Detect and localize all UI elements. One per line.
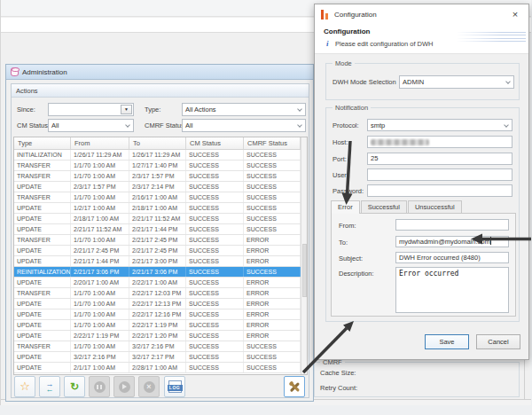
table-row[interactable]: UPDATE2/22/17 1:19 PM2/22/17 1:20 PMSUCC…	[14, 331, 301, 341]
table-row[interactable]: TRANSFER1/1/70 1:00 AM1/27/17 1:40 PMSUC…	[14, 161, 301, 171]
cmrf-status-combobox[interactable]: All	[182, 119, 306, 132]
table-cell: SUCCESS	[244, 341, 301, 351]
table-cell: SUCCESS	[186, 288, 244, 298]
pause-button	[89, 376, 110, 397]
table-cell: REINITIALIZATION	[14, 267, 71, 277]
table-cell: SUCCESS	[186, 246, 244, 255]
scrollbar-thumb[interactable]	[302, 244, 307, 297]
refresh-button[interactable]: ↻	[64, 376, 85, 397]
table-cell: INITIALIZATION	[14, 150, 71, 160]
from-field[interactable]	[395, 219, 509, 231]
favorite-button[interactable]: ☆	[14, 376, 35, 397]
table-cell: 2/22/17 12:16 PM	[129, 309, 186, 319]
from-label: From:	[339, 222, 356, 230]
table-row[interactable]: UPDATE2/20/17 1:00 AM2/22/17 1:00 AMSUCC…	[14, 278, 301, 288]
type-combobox[interactable]: All Actions	[182, 103, 306, 116]
table-cell: 1/1/70 1:00 AM	[71, 171, 129, 181]
to-field[interactable]: mydwhadmin@mydomain.com	[395, 236, 509, 247]
transfer-button[interactable]: →←	[39, 376, 60, 397]
cmrf-groupbox: CMRF Cache Size: Retry Count:	[314, 362, 520, 397]
table-row[interactable]: UPDATE1/1/70 1:00 AM2/22/17 12:16 PMSUCC…	[14, 309, 301, 320]
table-row[interactable]: TRANSFER1/1/70 1:00 AM2/21/17 2:45 PMSUC…	[14, 235, 301, 246]
user-field[interactable]	[367, 168, 512, 181]
port-label: Port:	[332, 155, 347, 163]
table-cell: ERROR	[244, 309, 301, 319]
cm-status-combobox[interactable]: All	[48, 119, 134, 132]
table-cell: 1/1/70 1:00 AM	[71, 309, 129, 319]
tab-error[interactable]: Error	[331, 200, 360, 214]
administration-titlebar[interactable]: Administration	[6, 65, 313, 80]
table-row[interactable]: UPDATE1/1/70 1:00 AM2/22/17 1:19 PMSUCCE…	[14, 320, 301, 331]
table-column-header[interactable]: CMRF Status	[244, 137, 301, 149]
table-row[interactable]: UPDATE3/2/17 2:16 PM3/2/17 2:17 PMSUCCES…	[14, 352, 301, 363]
table-column-header[interactable]: CM Status	[186, 137, 244, 149]
chevron-down-icon	[504, 122, 509, 128]
table-cell: TRANSFER	[14, 341, 71, 351]
table-row[interactable]: UPDATE2/21/17 1:44 PM2/21/17 3:00 PMSUCC…	[14, 256, 301, 267]
table-cell: 2/21/17 11:52 AM	[71, 224, 129, 234]
table-row[interactable]: TRANSFER1/1/70 1:00 AM3/2/17 2:16 PMSUCC…	[14, 341, 301, 352]
close-icon[interactable]: ×	[502, 4, 528, 24]
table-cell: SUCCESS	[244, 171, 301, 181]
table-cell: TRANSFER	[14, 192, 71, 202]
host-field[interactable]	[367, 136, 512, 148]
configuration-dialog: Configuration × Configuration i Please e…	[314, 4, 529, 360]
table-cell: 3/2/17 2:16 PM	[71, 352, 129, 362]
table-vertical-scrollbar[interactable]	[301, 137, 307, 374]
table-column-header[interactable]: To	[129, 137, 186, 149]
table-cell: ERROR	[244, 299, 301, 309]
to-value: mydwhadmin@mydomain.com	[399, 238, 490, 246]
table-row[interactable]: TRANSFER1/1/70 1:00 AM2/16/17 1:00 AMSUC…	[14, 192, 301, 203]
app-logo-icon	[321, 10, 330, 20]
table-cell: ERROR	[244, 288, 301, 298]
table-row[interactable]: UPDATE2/21/17 2:45 PM2/21/17 2:45 PMSUCC…	[14, 246, 301, 256]
protocol-combobox[interactable]: smtp	[367, 119, 512, 131]
table-row[interactable]: REINITIALIZATION2/21/17 3:06 PM2/21/17 3…	[14, 267, 301, 278]
stop-icon: ×	[144, 381, 155, 393]
table-cell: SUCCESS	[244, 214, 301, 223]
table-row[interactable]: TRANSFER1/1/70 1:00 AM2/22/17 12:03 PMSU…	[14, 288, 301, 299]
configuration-titlebar[interactable]: Configuration ×	[315, 4, 528, 24]
table-cell: 1/1/70 1:00 AM	[71, 299, 129, 309]
subject-field[interactable]: DWH Error occurred (8480)	[395, 252, 509, 263]
redacted-host-value	[371, 139, 429, 145]
table-cell: 2/21/17 11:52 AM	[129, 214, 186, 223]
table-cell: 2/28/17 1:00 AM	[129, 363, 186, 372]
table-column-header[interactable]: From	[71, 137, 129, 149]
save-button[interactable]: Save	[425, 334, 469, 349]
table-row[interactable]: UPDATE2/3/17 1:57 PM2/3/17 2:14 PMSUCCES…	[14, 182, 301, 192]
actions-table: TypeFromToCM StatusCMRF Status INITIALIZ…	[13, 137, 308, 375]
table-cell: SUCCESS	[186, 278, 244, 287]
table-row[interactable]: INITIALIZATION1/26/17 11:29 AM1/26/17 11…	[14, 150, 301, 161]
table-row[interactable]: UPDATE1/2/17 1:00 AM2/18/17 1:00 AMSUCCE…	[14, 203, 301, 214]
since-dropdown-icon[interactable]: ▼	[121, 105, 132, 114]
cancel-action-button: ×	[138, 376, 160, 397]
log-button[interactable]: LOG	[164, 376, 185, 397]
table-cell: 2/22/17 1:19 PM	[71, 331, 129, 341]
table-row[interactable]: UPDATE2/1/17 1:00 AM2/28/17 1:00 AMSUCCE…	[14, 363, 301, 373]
tab-successful[interactable]: Successful	[361, 200, 407, 213]
table-row[interactable]: UPDATE2/21/17 11:52 AM2/21/17 1:44 PMSUC…	[14, 224, 301, 235]
port-field[interactable]: 25	[367, 153, 512, 165]
log-file-icon: LOG	[168, 380, 182, 393]
password-field[interactable]	[367, 184, 512, 197]
table-row[interactable]: UPDATE1/1/70 1:00 AM2/22/17 12:13 PMSUCC…	[14, 299, 301, 309]
table-cell: SUCCESS	[244, 203, 301, 213]
table-row[interactable]: UPDATE2/18/17 1:00 AM2/21/17 11:52 AMSUC…	[14, 214, 301, 224]
configure-button[interactable]	[284, 376, 305, 397]
chevron-down-icon	[297, 122, 302, 128]
table-cell: SUCCESS	[186, 182, 244, 192]
table-cell: 1/1/70 1:00 AM	[71, 288, 129, 298]
administration-title: Administration	[22, 68, 67, 76]
tab-unsuccessful[interactable]: Unsuccessful	[408, 200, 462, 213]
table-cell: 2/18/17 1:00 AM	[71, 214, 129, 223]
protocol-label: Protocol:	[332, 121, 359, 129]
dwh-mode-combobox[interactable]: ADMIN	[399, 75, 514, 89]
since-combobox[interactable]: ▼	[48, 103, 134, 116]
description-textarea[interactable]: Error occurred	[395, 267, 509, 313]
table-row[interactable]: TRANSFER1/1/70 1:00 AM2/3/17 1:57 PMSUCC…	[14, 171, 301, 182]
table-column-header[interactable]: Type	[14, 137, 71, 149]
table-cell: 1/27/17 1:40 PM	[129, 161, 186, 170]
table-cell: 2/22/17 1:00 AM	[129, 278, 186, 287]
cancel-button[interactable]: Cancel	[476, 334, 520, 349]
